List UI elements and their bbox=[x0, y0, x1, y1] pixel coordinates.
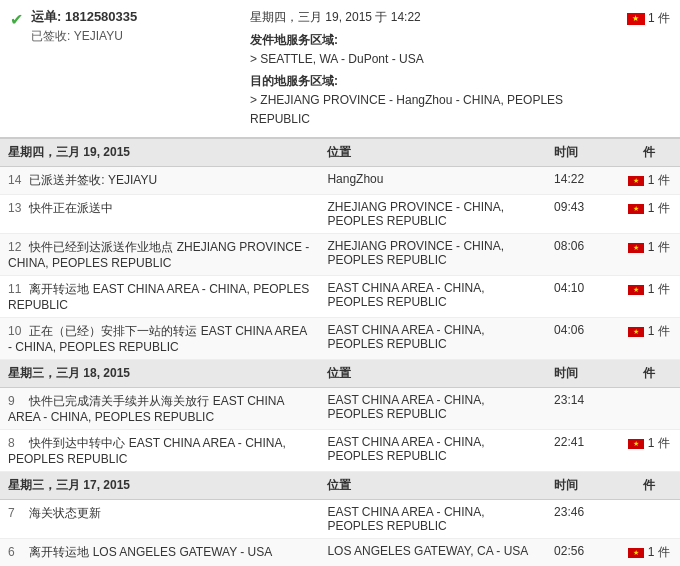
row-number: 7 bbox=[8, 506, 26, 520]
table-row: 6 离开转运地 LOS ANGELES GATEWAY - USA LOS AN… bbox=[0, 539, 680, 566]
time-cell: 23:46 bbox=[546, 500, 618, 539]
status-value: YEJIAYU bbox=[74, 29, 123, 43]
dest-value: > ZHEJIANG PROVINCE - HangZhou - CHINA, … bbox=[250, 93, 563, 126]
flag-small-icon: ★ bbox=[628, 439, 644, 449]
event-text: 已派送并签收: YEJIAYU bbox=[29, 173, 157, 187]
date-line: 星期四，三月 19, 2015 于 14:22 bbox=[250, 8, 607, 27]
header-left: ✔ 运单: 1812580335 已签收: YEJIAYU bbox=[10, 8, 230, 129]
col-location-header: 位置 bbox=[319, 472, 546, 500]
tracking-number: 1812580335 bbox=[65, 9, 137, 24]
row-number: 10 bbox=[8, 324, 26, 338]
pkg-cell: ★ 1 件 bbox=[618, 276, 680, 318]
location-cell: EAST CHINA AREA - CHINA, PEOPLES REPUBLI… bbox=[319, 500, 546, 539]
time-cell: 04:10 bbox=[546, 276, 618, 318]
pkg-cell bbox=[618, 388, 680, 430]
event-cell: 6 离开转运地 LOS ANGELES GATEWAY - USA bbox=[0, 539, 319, 566]
row-number: 11 bbox=[8, 282, 26, 296]
time-cell: 02:56 bbox=[546, 539, 618, 566]
time-cell: 04:06 bbox=[546, 318, 618, 360]
table-row: 13 快件正在派送中 ZHEJIANG PROVINCE - CHINA, PE… bbox=[0, 195, 680, 234]
status-line: 已签收: YEJIAYU bbox=[31, 28, 137, 45]
dest-label: 目的地服务区域: bbox=[250, 74, 338, 88]
pkg-cell bbox=[618, 500, 680, 539]
event-cell: 14 已派送并签收: YEJIAYU bbox=[0, 167, 319, 195]
pkg-cell: ★ 1 件 bbox=[618, 195, 680, 234]
time-cell: 09:43 bbox=[546, 195, 618, 234]
flag-icon: ★ bbox=[627, 13, 645, 25]
event-text: 海关状态更新 bbox=[29, 506, 101, 520]
row-number: 8 bbox=[8, 436, 26, 450]
tracking-label: 运单: bbox=[31, 9, 61, 24]
checkmark-icon: ✔ bbox=[10, 10, 23, 29]
event-cell: 9 快件已完成清关手续并从海关放行 EAST CHINA AREA - CHIN… bbox=[0, 388, 319, 430]
table-row: 11 离开转运地 EAST CHINA AREA - CHINA, PEOPLE… bbox=[0, 276, 680, 318]
table-row: 7 海关状态更新 EAST CHINA AREA - CHINA, PEOPLE… bbox=[0, 500, 680, 539]
tracking-table: 星期四，三月 19, 2015 位置 时间 件 14 已派送并签收: YEJIA… bbox=[0, 138, 680, 566]
col-time-header: 时间 bbox=[546, 139, 618, 167]
time-cell: 22:41 bbox=[546, 430, 618, 472]
pkg-count: 1 件 bbox=[648, 10, 670, 27]
event-cell: 13 快件正在派送中 bbox=[0, 195, 319, 234]
col-pkg-header: 件 bbox=[618, 360, 680, 388]
tracking-number-line: 运单: 1812580335 bbox=[31, 8, 137, 26]
location-cell: HangZhou bbox=[319, 167, 546, 195]
location-cell: ZHEJIANG PROVINCE - CHINA, PEOPLES REPUB… bbox=[319, 195, 546, 234]
row-number: 13 bbox=[8, 201, 26, 215]
col-time-header: 时间 bbox=[546, 360, 618, 388]
location-cell: EAST CHINA AREA - CHINA, PEOPLES REPUBLI… bbox=[319, 430, 546, 472]
event-cell: 8 快件到达中转中心 EAST CHINA AREA - CHINA, PEOP… bbox=[0, 430, 319, 472]
flag-small-icon: ★ bbox=[628, 176, 644, 186]
event-cell: 10 正在（已经）安排下一站的转运 EAST CHINA AREA - CHIN… bbox=[0, 318, 319, 360]
location-cell: EAST CHINA AREA - CHINA, PEOPLES REPUBLI… bbox=[319, 388, 546, 430]
tracking-info: 运单: 1812580335 已签收: YEJIAYU bbox=[31, 8, 137, 45]
col-time-header: 时间 bbox=[546, 472, 618, 500]
col-pkg-header: 件 bbox=[618, 472, 680, 500]
event-text: 快件已经到达派送作业地点 ZHEJIANG PROVINCE - CHINA, … bbox=[8, 240, 309, 270]
col-pkg-header: 件 bbox=[618, 139, 680, 167]
time-cell: 23:14 bbox=[546, 388, 618, 430]
flag-small-icon: ★ bbox=[628, 327, 644, 337]
event-cell: 12 快件已经到达派送作业地点 ZHEJIANG PROVINCE - CHIN… bbox=[0, 234, 319, 276]
location-cell: EAST CHINA AREA - CHINA, PEOPLES REPUBLI… bbox=[319, 318, 546, 360]
row-number: 9 bbox=[8, 394, 26, 408]
event-text: 离开转运地 EAST CHINA AREA - CHINA, PEOPLES R… bbox=[8, 282, 309, 312]
status-label: 已签收: bbox=[31, 29, 70, 43]
pkg-cell: ★ 1 件 bbox=[618, 430, 680, 472]
pkg-cell: ★ 1 件 bbox=[618, 167, 680, 195]
event-text: 正在（已经）安排下一站的转运 EAST CHINA AREA - CHINA, … bbox=[8, 324, 307, 354]
origin-value: > SEATTLE, WA - DuPont - USA bbox=[250, 52, 424, 66]
section-date: 星期三，三月 17, 2015 bbox=[0, 472, 319, 500]
section-header: 星期三，三月 17, 2015 位置 时间 件 bbox=[0, 472, 680, 500]
col-location-header: 位置 bbox=[319, 139, 546, 167]
location-cell: ZHEJIANG PROVINCE - CHINA, PEOPLES REPUB… bbox=[319, 234, 546, 276]
table-row: 9 快件已完成清关手续并从海关放行 EAST CHINA AREA - CHIN… bbox=[0, 388, 680, 430]
dest-section: 目的地服务区域: > ZHEJIANG PROVINCE - HangZhou … bbox=[250, 72, 607, 130]
flag-small-icon: ★ bbox=[628, 285, 644, 295]
time-cell: 08:06 bbox=[546, 234, 618, 276]
time-cell: 14:22 bbox=[546, 167, 618, 195]
package-badge: ★ 1 件 bbox=[627, 8, 670, 27]
row-number: 12 bbox=[8, 240, 26, 254]
section-date: 星期三，三月 18, 2015 bbox=[0, 360, 319, 388]
row-number: 14 bbox=[8, 173, 26, 187]
origin-label: 发件地服务区域: bbox=[250, 33, 338, 47]
section-header: 星期三，三月 18, 2015 位置 时间 件 bbox=[0, 360, 680, 388]
origin-section: 发件地服务区域: > SEATTLE, WA - DuPont - USA bbox=[250, 31, 607, 69]
event-cell: 11 离开转运地 EAST CHINA AREA - CHINA, PEOPLE… bbox=[0, 276, 319, 318]
row-number: 6 bbox=[8, 545, 26, 559]
tracking-header: ✔ 运单: 1812580335 已签收: YEJIAYU 星期四，三月 19,… bbox=[0, 0, 680, 138]
pkg-cell: ★ 1 件 bbox=[618, 318, 680, 360]
event-cell: 7 海关状态更新 bbox=[0, 500, 319, 539]
flag-small-icon: ★ bbox=[628, 204, 644, 214]
flag-small-icon: ★ bbox=[628, 243, 644, 253]
location-cell: LOS ANGELES GATEWAY, CA - USA bbox=[319, 539, 546, 566]
table-row: 10 正在（已经）安排下一站的转运 EAST CHINA AREA - CHIN… bbox=[0, 318, 680, 360]
table-row: 12 快件已经到达派送作业地点 ZHEJIANG PROVINCE - CHIN… bbox=[0, 234, 680, 276]
table-row: 14 已派送并签收: YEJIAYU HangZhou 14:22 ★ 1 件 bbox=[0, 167, 680, 195]
col-location-header: 位置 bbox=[319, 360, 546, 388]
table-row: 8 快件到达中转中心 EAST CHINA AREA - CHINA, PEOP… bbox=[0, 430, 680, 472]
event-text: 快件到达中转中心 EAST CHINA AREA - CHINA, PEOPLE… bbox=[8, 436, 286, 466]
event-text: 快件正在派送中 bbox=[29, 201, 113, 215]
event-text: 快件已完成清关手续并从海关放行 EAST CHINA AREA - CHINA,… bbox=[8, 394, 284, 424]
flag-small-icon: ★ bbox=[628, 548, 644, 558]
